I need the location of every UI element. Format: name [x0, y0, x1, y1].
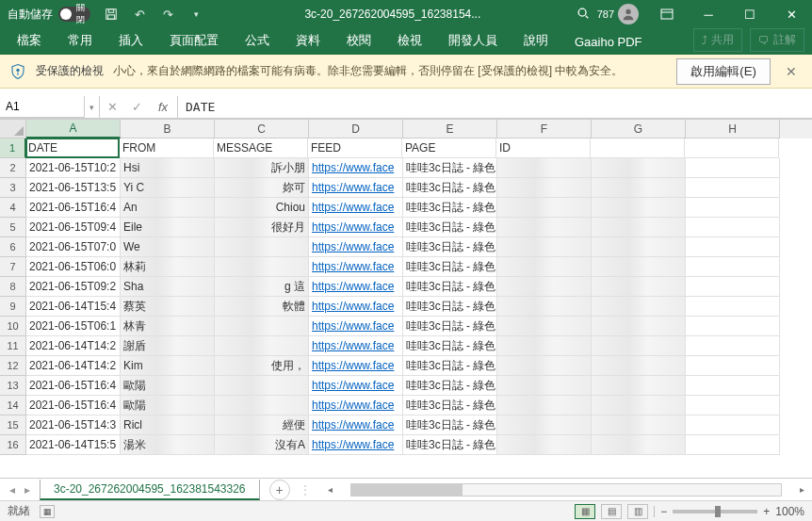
cell[interactable]: https://www.face [309, 396, 403, 415]
cell[interactable]: 歐陽 [121, 396, 215, 415]
horizontal-scrollbar[interactable]: ◂ ▸ [320, 483, 812, 497]
cell[interactable]: 哇哇3c日誌 - 綠色 [403, 178, 497, 198]
cell[interactable]: g 這 [215, 277, 309, 297]
cell[interactable]: MESSAGE [214, 138, 308, 158]
select-all-corner[interactable] [0, 120, 26, 138]
cell[interactable] [497, 336, 592, 356]
maximize-button[interactable]: ☐ [729, 0, 771, 28]
cell[interactable]: 2021-06-15T06:0 [26, 257, 121, 277]
cell[interactable]: https://www.face [309, 198, 403, 218]
cell[interactable] [592, 218, 686, 237]
cell[interactable] [686, 317, 780, 336]
cell[interactable]: https://www.face [309, 415, 403, 435]
col-header-D[interactable]: D [309, 120, 403, 138]
cell[interactable]: https://www.face [309, 257, 403, 277]
cell[interactable]: Kim [121, 356, 215, 376]
hyperlink[interactable]: https://www.face [312, 201, 394, 214]
row-header[interactable]: 6 [0, 237, 26, 257]
cell[interactable] [497, 376, 592, 396]
cell[interactable]: 2021-06-15T14:3 [26, 415, 121, 435]
cell[interactable]: https://www.face [309, 317, 403, 336]
cell[interactable] [497, 356, 592, 376]
cell[interactable]: https://www.face [309, 277, 403, 297]
cell[interactable] [592, 415, 686, 435]
col-header-E[interactable]: E [403, 120, 497, 138]
cell[interactable] [592, 158, 686, 178]
zoom-in-button[interactable]: + [763, 505, 770, 518]
col-header-B[interactable]: B [121, 120, 215, 138]
cell[interactable]: We [121, 237, 215, 257]
cell[interactable]: FEED [308, 138, 402, 158]
cell[interactable]: 2021-06-15T13:5 [26, 178, 121, 198]
row-header[interactable]: 2 [0, 158, 26, 178]
cell[interactable]: https://www.face [309, 297, 403, 317]
cell[interactable]: 哇哇3c日誌 - 綠色 [403, 415, 497, 435]
zoom-out-button[interactable]: − [660, 505, 667, 518]
cell[interactable]: 哇哇3c日誌 - 綠色 [403, 317, 497, 336]
cell[interactable] [592, 435, 686, 455]
cell[interactable]: 訴小朋 [215, 158, 309, 178]
row-header[interactable]: 14 [0, 396, 26, 415]
cell[interactable] [592, 178, 686, 198]
hyperlink[interactable]: https://www.face [312, 220, 394, 234]
cell[interactable]: 軟體 [215, 297, 309, 317]
row-header[interactable]: 5 [0, 218, 26, 237]
cell[interactable] [215, 376, 309, 396]
cell[interactable] [497, 415, 592, 435]
cell[interactable]: Chiou [215, 198, 309, 218]
cell[interactable] [686, 356, 780, 376]
cell[interactable]: 2021-06-14T14:2 [26, 336, 121, 356]
cell[interactable] [686, 277, 780, 297]
hyperlink[interactable]: https://www.face [312, 240, 394, 253]
cell[interactable]: 哇哇3c日誌 - 綠色 [403, 237, 497, 257]
hyperlink[interactable]: https://www.face [312, 359, 394, 372]
cell[interactable]: Yi C [121, 178, 215, 198]
tab-file[interactable]: 檔案 [4, 26, 55, 55]
scroll-right-icon[interactable]: ▸ [795, 484, 808, 495]
cell[interactable] [215, 237, 309, 257]
cell[interactable] [686, 257, 780, 277]
cell[interactable]: 哇哇3c日誌 - 綠色 [403, 277, 497, 297]
cell[interactable] [497, 237, 592, 257]
cell[interactable] [592, 277, 686, 297]
cell[interactable] [686, 297, 780, 317]
hyperlink[interactable]: https://www.face [312, 339, 394, 352]
cell[interactable] [592, 198, 686, 218]
zoom-level[interactable]: 100% [775, 505, 804, 518]
user-account[interactable]: 787 [590, 4, 646, 24]
cell[interactable]: 很好月 [215, 218, 309, 237]
cell[interactable] [497, 396, 592, 415]
cell[interactable]: https://www.face [309, 356, 403, 376]
cell[interactable] [497, 317, 592, 336]
enable-editing-button[interactable]: 啟用編輯(E) [676, 58, 771, 85]
col-header-A[interactable]: A [26, 120, 121, 138]
col-header-G[interactable]: G [592, 120, 686, 138]
hyperlink[interactable]: https://www.face [312, 280, 394, 293]
cell[interactable]: Eile [121, 218, 215, 237]
cell[interactable]: 哇哇3c日誌 - 綠色 [403, 218, 497, 237]
cell[interactable] [591, 138, 685, 158]
row-header[interactable]: 8 [0, 277, 26, 297]
scroll-thumb[interactable] [351, 484, 463, 496]
cell[interactable] [686, 198, 780, 218]
cell[interactable]: 林莉 [121, 257, 215, 277]
pagelayout-view-button[interactable]: ▤ [601, 504, 622, 519]
row-header[interactable]: 4 [0, 198, 26, 218]
hyperlink[interactable]: https://www.face [312, 418, 394, 431]
cell[interactable]: 哇哇3c日誌 - 綠色 [403, 356, 497, 376]
qat-dropdown-icon[interactable]: ▾ [183, 1, 209, 27]
sheet-nav[interactable]: ◂▸ [0, 483, 40, 497]
cell[interactable]: 哇哇3c日誌 - 綠色 [403, 198, 497, 218]
cell[interactable]: https://www.face [309, 336, 403, 356]
cell[interactable] [686, 336, 780, 356]
cell[interactable]: 歐陽 [121, 376, 215, 396]
row-header[interactable]: 1 [0, 138, 26, 158]
cell[interactable] [497, 178, 592, 198]
hyperlink[interactable]: https://www.face [312, 438, 394, 451]
cell[interactable]: 經便 [215, 415, 309, 435]
cell[interactable] [497, 218, 592, 237]
cell[interactable] [592, 317, 686, 336]
cell[interactable]: 使用， [215, 356, 309, 376]
row-header[interactable]: 10 [0, 317, 26, 336]
cell[interactable]: 哇哇3c日誌 - 綠色 [403, 435, 497, 455]
